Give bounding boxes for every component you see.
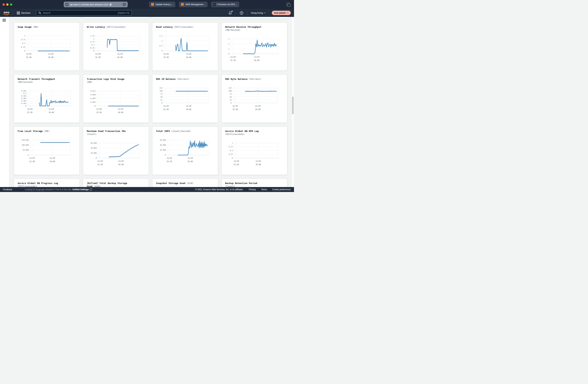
metric-title-text: Aurora Global DB RPO Lag bbox=[225, 130, 259, 132]
svg-text:15:30: 15:30 bbox=[167, 161, 172, 162]
svg-text:0: 0 bbox=[24, 50, 25, 52]
terms-link[interactable]: Terms bbox=[261, 188, 267, 191]
help-button[interactable]: ? bbox=[238, 10, 245, 16]
metrics-grid: Swap Usage (MB) 10.750.50.25011/2915:301… bbox=[14, 22, 287, 192]
metric-title-text: Network Transmit Throughput bbox=[18, 78, 55, 80]
svg-text:15:30: 15:30 bbox=[95, 56, 101, 58]
metric-title-text: Swap Usage bbox=[18, 26, 31, 28]
unified-settings-label: Unified Settings bbox=[72, 188, 89, 191]
tab-overview-icon[interactable] bbox=[287, 3, 290, 6]
svg-text:16:00: 16:00 bbox=[118, 111, 123, 113]
metric-title-text: Write Latency bbox=[87, 26, 105, 28]
browser-tab[interactable]: AWS Managemen… bbox=[179, 1, 208, 7]
metric-unit-text: (MB/Second) bbox=[225, 29, 240, 31]
metric-card[interactable]: EBS IO Balance (Percent) 125100755025011… bbox=[152, 75, 218, 123]
metric-unit-text: (Count/Second) bbox=[171, 130, 191, 132]
metric-chart: 60,00040,00020,000011/2915:3011/2916:00 bbox=[155, 139, 216, 166]
svg-text:0.5: 0.5 bbox=[159, 45, 162, 47]
svg-text:15:30: 15:30 bbox=[27, 111, 33, 113]
svg-text:75: 75 bbox=[230, 93, 231, 95]
metric-title: Aurora Global DB Progress Lag (Milliseco… bbox=[18, 182, 61, 188]
svg-text:1.25: 1.25 bbox=[90, 35, 94, 37]
svg-text:100: 100 bbox=[159, 90, 162, 92]
aws-favicon-icon bbox=[151, 3, 154, 6]
svg-text:0.008: 0.008 bbox=[90, 94, 96, 96]
search-input[interactable]: Search [Option+S] bbox=[36, 10, 132, 16]
metric-card[interactable]: Transaction Logs Disk Usage (MB) 0.0110.… bbox=[83, 75, 149, 123]
metric-card[interactable]: Network Transmit Throughput (MB/Second) … bbox=[14, 75, 80, 123]
aws-logo[interactable]: aws bbox=[3, 11, 10, 15]
privacy-link[interactable]: Privacy bbox=[249, 188, 256, 191]
svg-text:1: 1 bbox=[93, 38, 94, 40]
svg-text:11/29: 11/29 bbox=[96, 108, 102, 110]
metric-title: Total IOPS (Count/Second) bbox=[156, 130, 199, 133]
browser-tab[interactable]: Provision an EKS… bbox=[211, 1, 239, 7]
svg-text:0.75: 0.75 bbox=[21, 39, 25, 40]
metric-unit-text: (Count) bbox=[87, 133, 97, 136]
svg-text:11/29: 11/29 bbox=[50, 157, 55, 159]
metric-title: [Billed] Total Backup Storage Used (GiB) bbox=[87, 182, 130, 188]
svg-text:0.5: 0.5 bbox=[230, 149, 233, 151]
region-label: Hong Kong bbox=[251, 12, 263, 14]
metric-card[interactable]: EBS Byte Balance (Percent) 1251007550250… bbox=[221, 75, 287, 123]
scrollbar-track[interactable] bbox=[291, 17, 294, 187]
metric-title-text: EBS IO Balance bbox=[156, 78, 176, 80]
metric-card[interactable]: Write Latency (Milliseconds) 1.2510.750.… bbox=[83, 22, 149, 71]
hamburger-menu-icon[interactable] bbox=[2, 19, 6, 22]
metric-card[interactable]: Swap Usage (MB) 10.750.50.25011/2915:301… bbox=[14, 22, 80, 71]
metric-title: Aurora Global DB RPO Lag (Milliseconds) bbox=[225, 130, 268, 136]
metric-title-text: Network Receive Throughput bbox=[225, 26, 261, 28]
metric-chart: 0.0110.0080.0050.003011/2915:3011/2916:0… bbox=[86, 90, 147, 117]
metric-card[interactable]: Network Receive Throughput (MB/Second) 3… bbox=[221, 22, 287, 71]
scrollbar-thumb[interactable] bbox=[292, 97, 294, 114]
close-window-button[interactable] bbox=[2, 3, 5, 6]
region-selector[interactable]: Hong Kong ▼ bbox=[250, 11, 267, 15]
tab-label: Provision an EKS… bbox=[217, 3, 237, 6]
svg-text:0: 0 bbox=[162, 102, 163, 104]
svg-text:16:00: 16:00 bbox=[48, 56, 53, 58]
svg-text:0: 0 bbox=[228, 53, 230, 55]
feedback-button[interactable]: Feedback bbox=[3, 188, 12, 191]
metric-title-text: EBS Byte Balance bbox=[225, 78, 247, 80]
external-link-icon bbox=[90, 189, 92, 191]
svg-text:40,000: 40,000 bbox=[160, 144, 166, 146]
services-label: Services bbox=[21, 12, 30, 14]
svg-text:1: 1 bbox=[24, 35, 25, 37]
metric-card[interactable]: Aurora Global DB RPO Lag (Milliseconds) … bbox=[221, 127, 287, 175]
chevron-down-icon: ▼ bbox=[264, 12, 266, 14]
svg-text:0: 0 bbox=[28, 154, 29, 156]
svg-text:16:00: 16:00 bbox=[256, 163, 261, 165]
minimize-window-button[interactable] bbox=[6, 3, 9, 6]
metric-card[interactable]: Read Latency (Milliseconds) 1.510.5011/2… bbox=[152, 22, 218, 71]
cookie-preferences-link[interactable]: Cookie preferences bbox=[272, 188, 291, 191]
browser-tab[interactable]: Update history |… bbox=[149, 1, 175, 7]
url-bar[interactable]: ✕ ap-east-1.console.aws.amazon.com ⋯ bbox=[64, 1, 128, 7]
metric-card[interactable]: Free Local Storage (MB) 150,000100,00050… bbox=[14, 127, 80, 175]
zoom-window-button[interactable] bbox=[10, 3, 12, 6]
notifications-button[interactable] bbox=[227, 10, 233, 16]
clipped-card bbox=[83, 18, 149, 19]
more-options-icon[interactable]: ⋯ bbox=[123, 3, 126, 6]
unified-settings-link[interactable]: Unified Settings bbox=[72, 188, 91, 191]
svg-text:100: 100 bbox=[229, 90, 231, 92]
account-menu[interactable]: test-admin ▼ bbox=[272, 11, 291, 15]
svg-text:11/29: 11/29 bbox=[118, 160, 124, 162]
svg-text:11/29: 11/29 bbox=[26, 53, 31, 55]
console-footer: Feedback Looking for language selection?… bbox=[0, 187, 294, 192]
metric-card[interactable]: Total IOPS (Count/Second) 60,00040,00020… bbox=[152, 127, 218, 175]
services-menu-button[interactable]: Services bbox=[16, 10, 32, 16]
svg-text:0: 0 bbox=[162, 50, 163, 52]
svg-text:15:30: 15:30 bbox=[29, 161, 35, 162]
metric-title-text: Backup Retention Period bbox=[225, 182, 257, 184]
svg-text:11/29: 11/29 bbox=[230, 56, 236, 58]
svg-text:100,000: 100,000 bbox=[21, 144, 29, 146]
svg-text:11/29: 11/29 bbox=[118, 108, 123, 110]
svg-text:0.005: 0.005 bbox=[90, 98, 96, 99]
metric-title-text: Aurora Global DB Progress Lag bbox=[18, 182, 58, 184]
metric-card[interactable]: Maximum Used Transaction IDs (Count) 60,… bbox=[83, 127, 149, 175]
clipped-card bbox=[14, 18, 80, 19]
svg-text:0.75: 0.75 bbox=[90, 41, 94, 43]
svg-text:0.25: 0.25 bbox=[229, 153, 233, 155]
clear-url-icon[interactable]: ✕ bbox=[65, 3, 68, 6]
chevron-down-icon: ▼ bbox=[287, 12, 289, 14]
